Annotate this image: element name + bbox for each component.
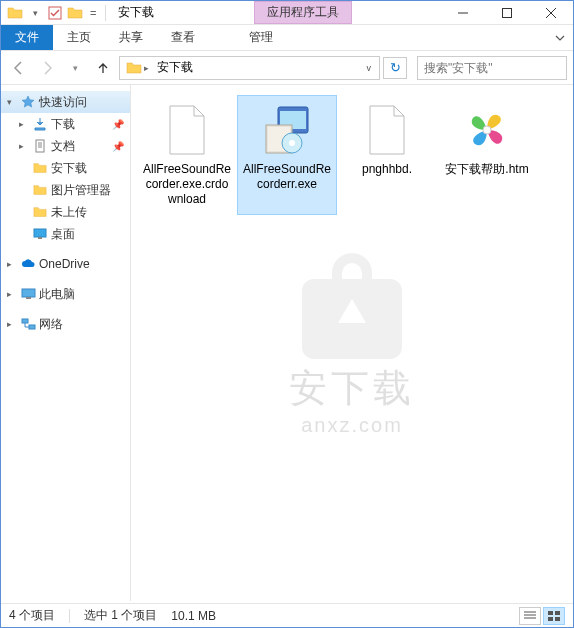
desktop-icon	[32, 226, 48, 242]
watermark-text: 安下载	[282, 363, 422, 414]
maximize-button[interactable]	[485, 2, 529, 24]
sidebar-item-label: 桌面	[51, 226, 75, 243]
tab-share[interactable]: 共享	[105, 25, 157, 50]
computer-icon	[20, 286, 36, 302]
file-item[interactable]: AllFreeSoundRecorderr.exe	[237, 95, 337, 215]
chevron-down-icon: ▾	[7, 97, 17, 107]
checkbox-qat-icon[interactable]	[47, 5, 63, 21]
sidebar: ▾ 快速访问 ▸ 下载 📌 ▸ 文档 📌 安下载 图片管理器	[1, 85, 131, 601]
svg-rect-16	[302, 279, 402, 359]
sidebar-item-folder[interactable]: 未上传	[1, 201, 130, 223]
view-toggles	[519, 607, 565, 625]
refresh-button[interactable]: ↻	[383, 57, 407, 79]
tab-file[interactable]: 文件	[1, 25, 53, 50]
exe-installer-icon	[259, 102, 315, 158]
view-details-button[interactable]	[519, 607, 541, 625]
tree-spacer	[1, 275, 130, 283]
sidebar-item-label: 网络	[39, 316, 63, 333]
chevron-right-icon: ▸	[19, 141, 29, 151]
sidebar-item-label: 快速访问	[39, 94, 87, 111]
chevron-right-icon: ▸	[7, 289, 17, 299]
sidebar-item-label: OneDrive	[39, 257, 90, 271]
folder-icon	[32, 160, 48, 176]
svg-rect-2	[36, 140, 44, 152]
navbar: ▾ ▸ 安下载 v ↻	[1, 51, 573, 85]
blank-file-icon	[359, 102, 415, 158]
sidebar-network[interactable]: ▸ 网络	[1, 313, 130, 335]
svg-rect-6	[26, 297, 31, 299]
cloud-icon	[20, 256, 36, 272]
blank-file-icon	[159, 102, 215, 158]
svg-point-15	[483, 126, 491, 134]
folder-qat-icon[interactable]	[67, 5, 83, 21]
address-bar[interactable]: ▸ 安下载 v	[119, 56, 380, 80]
tab-manage[interactable]: 管理	[227, 25, 295, 50]
search-input[interactable]	[424, 61, 560, 75]
tab-view[interactable]: 查看	[157, 25, 209, 50]
watermark: 安下载 anxz.com	[282, 249, 422, 437]
close-button[interactable]	[529, 2, 573, 24]
titlebar-left: ▾ = 安下载	[1, 4, 154, 21]
svg-rect-17	[548, 611, 553, 615]
file-item[interactable]: AllFreeSoundRecorder.exe.crdownload	[137, 95, 237, 215]
nav-back-button[interactable]	[7, 56, 31, 80]
tree-spacer	[1, 305, 130, 313]
file-item[interactable]: 安下载帮助.htm	[437, 95, 537, 215]
body: ▾ 快速访问 ▸ 下载 📌 ▸ 文档 📌 安下载 图片管理器	[1, 85, 573, 601]
sidebar-onedrive[interactable]: ▸ OneDrive	[1, 253, 130, 275]
nav-recent-dropdown[interactable]: ▾	[63, 56, 87, 80]
svg-rect-19	[548, 617, 553, 621]
address-segment[interactable]: 安下载	[153, 59, 197, 76]
separator	[105, 5, 106, 21]
address-root-icon[interactable]: ▸	[122, 60, 153, 76]
documents-icon	[32, 138, 48, 154]
sidebar-item-desktop[interactable]: 桌面	[1, 223, 130, 245]
file-item[interactable]: pnghhbd.	[337, 95, 437, 215]
sidebar-item-downloads[interactable]: ▸ 下载 📌	[1, 113, 130, 135]
sidebar-this-pc[interactable]: ▸ 此电脑	[1, 283, 130, 305]
qat-overflow-icon[interactable]: =	[87, 7, 99, 19]
svg-rect-20	[555, 617, 560, 621]
chevron-right-icon: ▸	[7, 259, 17, 269]
svg-rect-4	[38, 237, 42, 239]
titlebar: ▾ = 安下载 应用程序工具	[1, 1, 573, 25]
sidebar-item-label: 图片管理器	[51, 182, 111, 199]
watermark-url: anxz.com	[282, 414, 422, 437]
context-tab-header: 应用程序工具	[254, 1, 352, 24]
status-item-count: 4 个项目	[9, 607, 55, 624]
status-size: 10.1 MB	[171, 609, 216, 623]
minimize-button[interactable]	[441, 2, 485, 24]
qat-dropdown-icon[interactable]: ▾	[27, 5, 43, 21]
sidebar-quick-access[interactable]: ▾ 快速访问	[1, 91, 130, 113]
sidebar-item-label: 下载	[51, 116, 75, 133]
svg-rect-5	[22, 289, 35, 297]
file-name: AllFreeSoundRecorder.exe.crdownload	[142, 162, 232, 207]
expand-ribbon-icon[interactable]	[547, 27, 573, 49]
sidebar-item-folder[interactable]: 安下载	[1, 157, 130, 179]
pin-icon: 📌	[112, 119, 124, 130]
svg-point-14	[289, 140, 295, 146]
folder-icon	[32, 204, 48, 220]
nav-up-button[interactable]	[91, 56, 115, 80]
svg-rect-1	[503, 8, 512, 17]
sidebar-item-documents[interactable]: ▸ 文档 📌	[1, 135, 130, 157]
separator	[69, 609, 70, 623]
file-name: AllFreeSoundRecorderr.exe	[242, 162, 332, 192]
nav-forward-button[interactable]	[35, 56, 59, 80]
downloads-icon	[32, 116, 48, 132]
sidebar-item-folder[interactable]: 图片管理器	[1, 179, 130, 201]
chevron-right-icon: ▸	[7, 319, 17, 329]
svg-rect-3	[34, 229, 46, 237]
file-pane[interactable]: AllFreeSoundRecorder.exe.crdownload AllF…	[131, 85, 573, 601]
address-dropdown-icon[interactable]: v	[361, 63, 378, 73]
svg-rect-18	[555, 611, 560, 615]
svg-rect-7	[22, 319, 28, 323]
tree-spacer	[1, 245, 130, 253]
sidebar-item-label: 安下载	[51, 160, 87, 177]
view-icons-button[interactable]	[543, 607, 565, 625]
status-selection: 选中 1 个项目	[84, 607, 157, 624]
folder-icon[interactable]	[7, 5, 23, 21]
tab-home[interactable]: 主页	[53, 25, 105, 50]
star-icon	[20, 94, 36, 110]
search-box[interactable]	[417, 56, 567, 80]
